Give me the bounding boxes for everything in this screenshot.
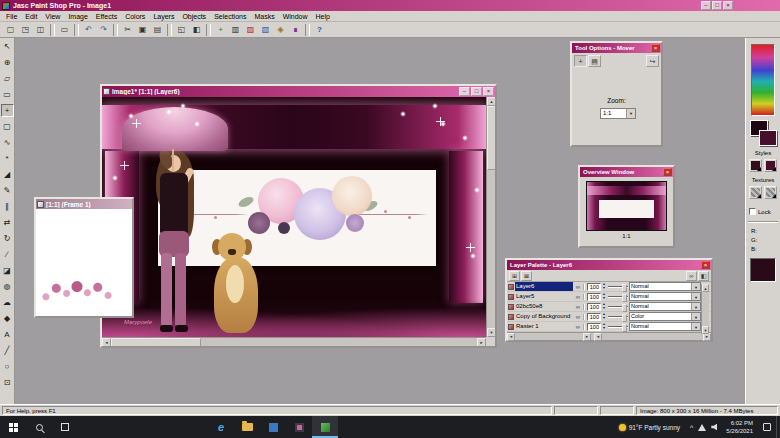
layer-palette-hscrollbar[interactable]: ◄ ► ◄ ► <box>507 332 711 340</box>
task-view-button[interactable] <box>52 416 78 438</box>
help-button[interactable]: ? <box>312 23 327 36</box>
options-tab-2[interactable]: ▤ <box>588 55 601 67</box>
scroll-up-icon[interactable]: ▲ <box>487 97 495 106</box>
toolbar-separator[interactable] <box>50 24 55 36</box>
scroll-right-icon[interactable]: ► <box>583 333 591 341</box>
layer-palette-titlebar[interactable]: Layer Palette - Layer6 × <box>507 260 711 270</box>
layer-name[interactable]: 02bc50e8 <box>515 302 573 311</box>
color-replacer-tool[interactable]: ⇄ <box>1 216 14 229</box>
mover-options-tab[interactable]: + <box>574 55 587 67</box>
image-hscrollbar[interactable]: ◄ ► <box>102 337 486 346</box>
background-color-swatch[interactable] <box>759 130 777 146</box>
menu-file[interactable]: File <box>2 11 21 22</box>
selection-tool[interactable]: ▢ <box>1 120 14 133</box>
layer-name[interactable]: Layer6 <box>515 282 573 291</box>
text-tool[interactable]: A <box>1 328 14 341</box>
new-button[interactable]: ▢ <box>3 23 18 36</box>
overview-close-button[interactable]: × <box>663 168 672 176</box>
layer-visibility-button[interactable]: ∞ <box>573 314 585 320</box>
layer-opacity-spinner[interactable]: ▲▼ <box>601 313 607 320</box>
redo-button[interactable]: ↷ <box>96 23 111 36</box>
image-maximize-button[interactable]: □ <box>471 87 482 96</box>
menu-edit[interactable]: Edit <box>21 11 41 22</box>
layer-name[interactable]: Copy of Background <box>515 312 573 321</box>
dropper-tool[interactable]: ◢ <box>1 168 14 181</box>
color-spectrum[interactable] <box>751 44 775 116</box>
foreground-texture-button[interactable] <box>749 186 762 199</box>
menu-colors[interactable]: Colors <box>121 11 149 22</box>
paste-button[interactable]: ▤ <box>150 23 165 36</box>
layer-opacity-spinner[interactable]: ▲▼ <box>601 303 607 310</box>
taskbar-file-explorer-icon[interactable] <box>234 416 260 438</box>
layer-row[interactable]: Layer6 ∞ 100 ▲▼ Normal▼ <box>507 282 711 292</box>
layer-visibility-button[interactable]: ∞ <box>573 294 585 300</box>
overview-thumbnail[interactable] <box>586 181 667 231</box>
lock-checkbox[interactable] <box>749 208 756 215</box>
frame-window-titlebar[interactable]: [1:1] (Frame 1) <box>36 199 132 209</box>
tool-options-button[interactable]: ▥ <box>228 23 243 36</box>
image-minimize-button[interactable]: – <box>459 87 470 96</box>
object-selector-tool[interactable]: ⊡ <box>1 376 14 389</box>
crop-tool[interactable]: ▭ <box>1 88 14 101</box>
airbrush-tool[interactable]: ☁ <box>1 296 14 309</box>
menu-image[interactable]: Image <box>64 11 91 22</box>
menu-help[interactable]: Help <box>312 11 334 22</box>
close-button[interactable]: × <box>723 1 733 10</box>
layer-opacity-slider[interactable] <box>608 303 628 311</box>
layer-blend-mode-select[interactable]: Normal▼ <box>629 302 701 311</box>
layer-blend-mode-select[interactable]: Normal▼ <box>629 322 701 331</box>
rollup-icon[interactable]: ↪ <box>646 55 659 67</box>
hidden-icons-chevron[interactable]: ^ <box>690 424 693 431</box>
menu-selections[interactable]: Selections <box>210 11 250 22</box>
color-palette-button[interactable]: ▨ <box>243 23 258 36</box>
cut-button[interactable]: ✂ <box>120 23 135 36</box>
canvas-artwork[interactable]: Marypoele <box>102 97 486 337</box>
taskbar-edge-icon[interactable]: e <box>208 416 234 438</box>
layer-visibility-button[interactable]: ∞ <box>573 304 585 310</box>
copy-button[interactable]: ▣ <box>135 23 150 36</box>
layer-name[interactable]: Layer5 <box>515 292 573 301</box>
layer-visibility-button[interactable]: ∞ <box>573 324 585 330</box>
taskbar-psp-icon[interactable] <box>312 416 338 438</box>
layer-opacity-slider[interactable] <box>608 283 628 291</box>
arrow-tool[interactable]: ↖ <box>1 40 14 53</box>
layer-opacity-value[interactable]: 100 <box>587 293 601 301</box>
menu-masks[interactable]: Masks <box>250 11 278 22</box>
mover-tool[interactable]: + <box>1 104 14 117</box>
tool-options-close-button[interactable]: × <box>651 44 660 52</box>
layer-blend-mode-select[interactable]: Normal▼ <box>629 282 701 291</box>
layer-opacity-slider[interactable] <box>608 313 628 321</box>
layer-opacity-spinner[interactable]: ▲▼ <box>601 283 607 290</box>
layer-opacity-slider[interactable] <box>608 323 628 331</box>
print-button[interactable]: ▭ <box>57 23 72 36</box>
save-button[interactable]: ◫ <box>33 23 48 36</box>
layer-list-vscrollbar[interactable]: ▲ ▼ <box>701 284 709 334</box>
image-vscrollbar[interactable]: ▲ ▼ <box>486 97 495 337</box>
clone-brush-tool[interactable]: ∥ <box>1 200 14 213</box>
layer-opacity-slider[interactable] <box>608 293 628 301</box>
vscroll-thumb[interactable] <box>487 106 495 170</box>
layer-blend-mode-select[interactable]: Color▼ <box>629 312 701 321</box>
scroll-down-icon[interactable]: ▼ <box>487 328 495 337</box>
histogram-button[interactable]: ∎ <box>288 23 303 36</box>
scroll-up-icon[interactable]: ▲ <box>702 284 709 292</box>
zoom-tool[interactable]: ⊕ <box>1 56 14 69</box>
freehand-tool[interactable]: ∿ <box>1 136 14 149</box>
foreground-style-button[interactable] <box>749 159 762 172</box>
taskbar-weather[interactable]: 91°F Partly sunny <box>613 416 686 438</box>
undo-button[interactable]: ↶ <box>81 23 96 36</box>
layer-visibility-button[interactable]: ∞ <box>573 284 585 290</box>
layer-opacity-value[interactable]: 100 <box>587 283 601 291</box>
normal-view-button[interactable]: ◧ <box>189 23 204 36</box>
frame-canvas[interactable] <box>36 209 132 316</box>
action-center-button[interactable] <box>758 416 776 438</box>
scroll-right-icon[interactable]: ► <box>477 338 486 346</box>
toolbar-separator[interactable] <box>74 24 79 36</box>
eraser-tool[interactable]: ◪ <box>1 264 14 277</box>
scratch-remover-tool[interactable]: ∕ <box>1 248 14 261</box>
menu-window[interactable]: Window <box>279 11 312 22</box>
minimize-button[interactable]: – <box>701 1 711 10</box>
deformation-tool[interactable]: ▱ <box>1 72 14 85</box>
layer-opacity-value[interactable]: 100 <box>587 313 601 321</box>
scroll-left-icon[interactable]: ◄ <box>507 333 515 341</box>
